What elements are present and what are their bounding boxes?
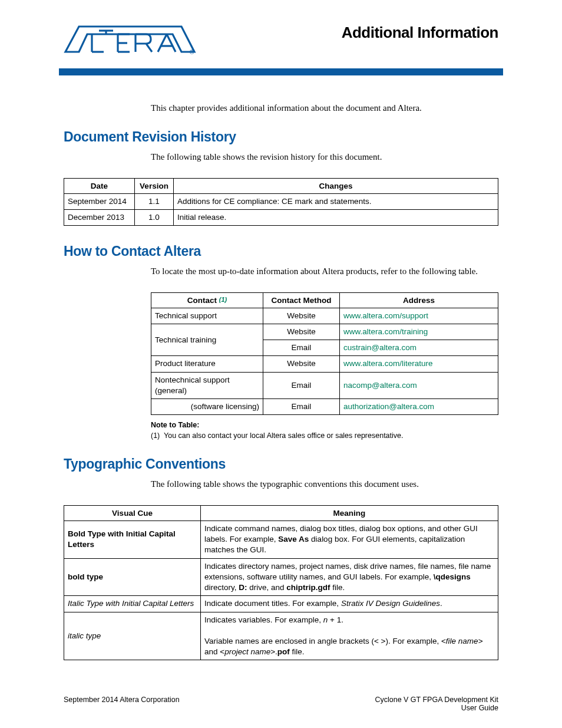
cell-address: custrain@altera.com [340, 340, 498, 356]
page-footer: September 2014 Altera Corporation Cyclon… [64, 696, 498, 712]
col-version: Version [135, 178, 174, 193]
cell-date: December 2013 [64, 209, 135, 225]
revision-intro: The following table shows the revision h… [151, 151, 498, 164]
cell-meaning: Indicates directory names, project names… [201, 558, 498, 596]
cell-changes: Additions for CE compliance: CE mark and… [174, 193, 498, 209]
table-note-body: (1)You can also contact your local Alter… [151, 431, 498, 440]
section-heading-revision: Document Revision History [64, 129, 498, 145]
cell-cue: Italic Type with Initial Capital Letters [64, 596, 201, 612]
cell-address: www.altera.com/literature [340, 356, 498, 372]
contact-link[interactable]: nacomp@altera.com [343, 381, 417, 390]
col-contact-note: (1) [219, 296, 227, 303]
cell-method: Email [263, 340, 340, 356]
cell-contact: Technical training [151, 324, 263, 355]
page-header: ® Additional Information [64, 24, 498, 58]
cell-method: Website [263, 356, 340, 372]
cell-contact: Product literature [151, 356, 263, 372]
table-row: Nontechnical support (general) Email nac… [151, 372, 498, 398]
table-row: Technical support Website www.altera.com… [151, 308, 498, 324]
cell-contact: Nontechnical support (general) [151, 372, 263, 398]
cell-method: Website [263, 308, 340, 324]
cell-address: authorization@altera.com [340, 399, 498, 415]
table-row: Technical training Website www.altera.co… [151, 324, 498, 340]
cell-cue: bold type [64, 558, 201, 596]
typographic-conventions-table: Visual Cue Meaning Bold Type with Initia… [64, 505, 498, 660]
col-meaning: Meaning [201, 505, 498, 521]
col-method: Contact Method [263, 292, 340, 308]
table-row: italic type Indicates variables. For exa… [64, 612, 498, 660]
cell-version: 1.0 [135, 209, 174, 225]
footer-left: September 2014 Altera Corporation [64, 696, 180, 704]
table-header-row: Date Version Changes [64, 178, 498, 193]
section-heading-typographic: Typographic Conventions [64, 456, 498, 472]
note-text: You can also contact your local Altera s… [164, 431, 403, 440]
contact-link[interactable]: www.altera.com/training [343, 327, 428, 336]
cell-cue: italic type [64, 612, 201, 660]
footer-doc-type: User Guide [375, 704, 498, 712]
col-visual-cue: Visual Cue [64, 505, 201, 521]
col-contact-label: Contact [187, 296, 217, 305]
svg-line-10 [158, 34, 167, 52]
revision-history-table: Date Version Changes September 2014 1.1 … [64, 178, 498, 226]
table-header-row: Contact (1) Contact Method Address [151, 292, 498, 308]
cell-date: September 2014 [64, 193, 135, 209]
contact-link[interactable]: www.altera.com/literature [343, 359, 433, 368]
svg-text:®: ® [190, 49, 194, 55]
cell-contact: (software licensing) [151, 399, 263, 415]
cell-meaning: Indicates variables. For example, n + 1.… [201, 612, 498, 660]
contact-link[interactable]: authorization@altera.com [343, 402, 434, 411]
col-date: Date [64, 178, 135, 193]
cell-method: Email [263, 372, 340, 398]
cell-address: nacomp@altera.com [340, 372, 498, 398]
table-note-label: Note to Table: [151, 421, 498, 429]
section-heading-contact: How to Contact Altera [64, 243, 498, 259]
contact-table: Contact (1) Contact Method Address Techn… [151, 292, 498, 416]
typographic-intro: The following table shows the typographi… [151, 478, 498, 491]
footer-product: Cyclone V GT FPGA Development Kit [375, 696, 498, 704]
table-row: Italic Type with Initial Capital Letters… [64, 596, 498, 612]
table-header-row: Visual Cue Meaning [64, 505, 498, 521]
page-title: Additional Information [342, 24, 498, 42]
chapter-intro: This chapter provides additional informa… [151, 102, 498, 115]
cell-changes: Initial release. [174, 209, 498, 225]
cell-address: www.altera.com/training [340, 324, 498, 340]
header-divider-bar [59, 68, 503, 75]
cell-method: Website [263, 324, 340, 340]
cell-meaning: Indicate command names, dialog box title… [201, 521, 498, 558]
contact-link[interactable]: www.altera.com/support [343, 311, 428, 320]
col-changes: Changes [174, 178, 498, 193]
cell-address: www.altera.com/support [340, 308, 498, 324]
cell-cue: Bold Type with Initial Capital Letters [64, 521, 201, 558]
contact-link[interactable]: custrain@altera.com [343, 343, 416, 352]
table-row: December 2013 1.0 Initial release. [64, 209, 498, 225]
contact-intro: To locate the most up-to-date informatio… [151, 265, 498, 278]
note-number: (1) [151, 431, 164, 440]
footer-right: Cyclone V GT FPGA Development Kit User G… [375, 696, 498, 712]
cell-version: 1.1 [135, 193, 174, 209]
cell-meaning: Indicate document titles. For example, S… [201, 596, 498, 612]
col-address: Address [340, 292, 498, 308]
table-row: Product literature Website www.altera.co… [151, 356, 498, 372]
table-row: Bold Type with Initial Capital Letters I… [64, 521, 498, 558]
svg-marker-0 [65, 27, 194, 52]
altera-logo: ® [64, 24, 196, 58]
table-row: September 2014 1.1 Additions for CE comp… [64, 193, 498, 209]
col-contact: Contact (1) [151, 292, 263, 308]
table-row: (software licensing) Email authorization… [151, 399, 498, 415]
cell-method: Email [263, 399, 340, 415]
table-row: bold type Indicates directory names, pro… [64, 558, 498, 596]
cell-contact: Technical support [151, 308, 263, 324]
